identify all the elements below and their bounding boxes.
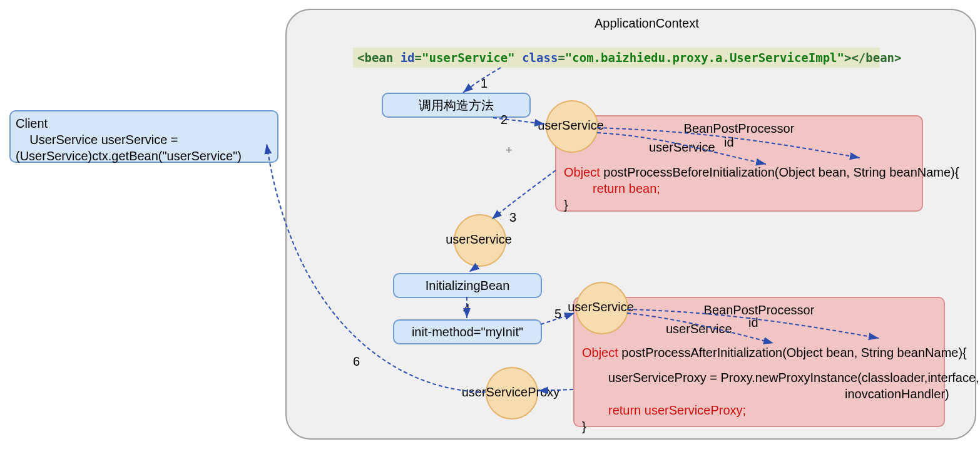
- client-box: Client UserService userService = (UserSe…: [9, 110, 278, 163]
- userservice-circle-1-label: userService: [538, 118, 604, 133]
- app-context-title: ApplicationContext: [595, 16, 699, 31]
- userservice-circle-2-label: userService: [446, 232, 512, 247]
- constructor-box: 调用构造方法: [382, 93, 531, 118]
- bean-xml-snippet: <bean id="userService" class="com.baizhi…: [353, 48, 880, 68]
- bpp-after-panel: BeanPostProcessor userService id Object …: [573, 297, 945, 427]
- bpp-before-panel: BeanPostProcessor userService id Object …: [555, 115, 923, 212]
- bpp-before-id-label: id: [724, 135, 734, 150]
- step-6-label: 6: [353, 354, 360, 369]
- bpp-before-bean-label: userService: [649, 140, 715, 155]
- bpp-after-bean-label: userService: [666, 322, 732, 336]
- step-3-label: 3: [509, 210, 516, 225]
- userservice-circle-3-label: userService: [568, 300, 634, 314]
- userserviceproxy-circle-label: userServiceProxy: [462, 385, 560, 400]
- step-5-label: 5: [554, 307, 561, 321]
- bpp-after-title: BeanPostProcessor: [704, 303, 815, 317]
- step-1-label: 1: [481, 76, 487, 91]
- bpp-before-title: BeanPostProcessor: [684, 121, 795, 136]
- step-4-label: 4: [463, 302, 470, 316]
- init-method-box: init-method="myInit": [393, 319, 542, 344]
- step-2-label: 2: [501, 113, 508, 127]
- initializing-bean-box: InitializingBean: [393, 273, 542, 298]
- plus-icon: +: [506, 144, 513, 157]
- bpp-after-id-label: id: [748, 316, 758, 330]
